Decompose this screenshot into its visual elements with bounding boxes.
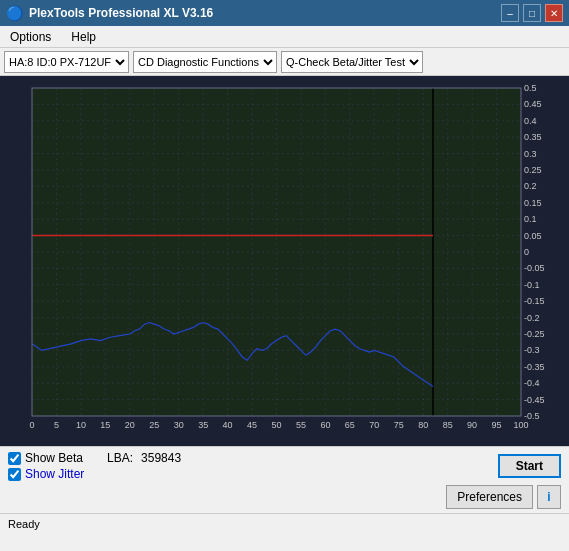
- status-text: Ready: [8, 518, 40, 530]
- title-bar: 🔵 PlexTools Professional XL V3.16 – □ ✕: [0, 0, 569, 26]
- show-jitter-checkbox[interactable]: [8, 468, 21, 481]
- app-icon: 🔵: [6, 5, 23, 21]
- chart-container: High Low: [0, 76, 569, 446]
- status-bar: Ready: [0, 513, 569, 533]
- menu-help[interactable]: Help: [65, 29, 102, 45]
- lba-value: 359843: [141, 451, 181, 465]
- show-beta-label: Show Beta: [25, 451, 83, 465]
- preferences-button[interactable]: Preferences: [446, 485, 533, 509]
- app-title: PlexTools Professional XL V3.16: [29, 6, 213, 20]
- menu-bar: Options Help: [0, 26, 569, 48]
- drive-select[interactable]: HA:8 ID:0 PX-712UF: [4, 51, 129, 73]
- restore-button[interactable]: □: [523, 4, 541, 22]
- test-select[interactable]: Q-Check Beta/Jitter Test: [281, 51, 423, 73]
- info-button[interactable]: i: [537, 485, 561, 509]
- bottom-panel: Show Beta LBA: 359843 Show Jitter Start …: [0, 446, 569, 513]
- show-beta-checkbox[interactable]: [8, 452, 21, 465]
- function-select[interactable]: CD Diagnostic Functions: [133, 51, 277, 73]
- minimize-button[interactable]: –: [501, 4, 519, 22]
- start-button[interactable]: Start: [498, 454, 561, 478]
- chart-canvas: [0, 76, 569, 446]
- menu-options[interactable]: Options: [4, 29, 57, 45]
- show-jitter-label: Show Jitter: [25, 467, 84, 481]
- toolbar: HA:8 ID:0 PX-712UF CD Diagnostic Functio…: [0, 48, 569, 76]
- lba-label: LBA:: [107, 451, 133, 465]
- close-button[interactable]: ✕: [545, 4, 563, 22]
